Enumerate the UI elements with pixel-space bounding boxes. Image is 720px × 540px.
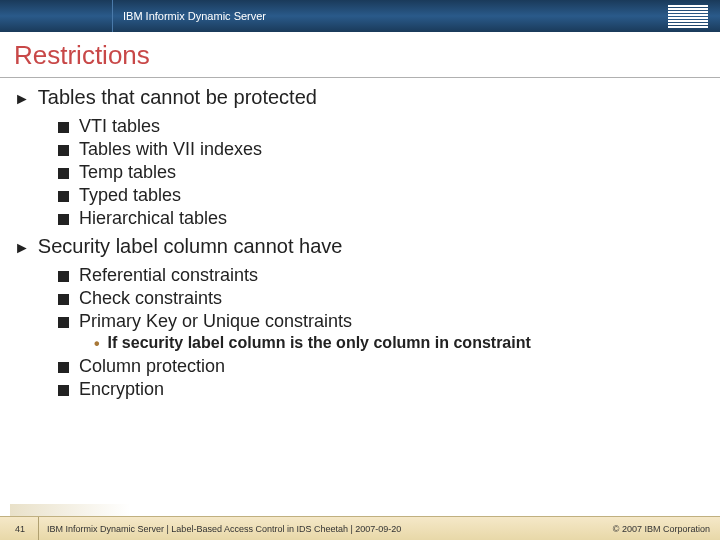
header-bar: IBM Informix Dynamic Server: [0, 0, 720, 32]
header-divider: [112, 0, 113, 32]
list-item-text: Referential constraints: [79, 265, 258, 286]
square-bullet-icon: [58, 294, 69, 305]
list-item: VTI tables: [58, 116, 706, 137]
square-bullet-icon: [58, 362, 69, 373]
square-bullet-icon: [58, 385, 69, 396]
list-item-text: Column protection: [79, 356, 225, 377]
square-bullet-icon: [58, 168, 69, 179]
list-item: Referential constraints: [58, 265, 706, 286]
footer-decoration: [10, 504, 130, 516]
list-item-text: Tables with VII indexes: [79, 139, 262, 160]
list-item: Primary Key or Unique constraints: [58, 311, 706, 332]
list-item-text: Primary Key or Unique constraints: [79, 311, 352, 332]
header-product-name: IBM Informix Dynamic Server: [123, 10, 266, 22]
sub-list-item-text: If security label column is the only col…: [108, 334, 531, 352]
slide-content: ► Tables that cannot be protected VTI ta…: [0, 86, 720, 400]
square-bullet-icon: [58, 122, 69, 133]
list-item: Temp tables: [58, 162, 706, 183]
square-bullet-icon: [58, 145, 69, 156]
footer-text: IBM Informix Dynamic Server | Label-Base…: [47, 524, 401, 534]
list-item: Encryption: [58, 379, 706, 400]
list-item: Column protection: [58, 356, 706, 377]
footer-copyright: © 2007 IBM Corporation: [613, 524, 710, 534]
list-item-text: Check constraints: [79, 288, 222, 309]
list-item-text: Encryption: [79, 379, 164, 400]
dot-bullet-icon: •: [94, 334, 100, 354]
list-item: Check constraints: [58, 288, 706, 309]
footer-divider: [38, 517, 39, 540]
list-item-text: Hierarchical tables: [79, 208, 227, 229]
list-item: Hierarchical tables: [58, 208, 706, 229]
list-item-text: VTI tables: [79, 116, 160, 137]
triangle-bullet-icon: ►: [14, 235, 30, 261]
list-item: Tables with VII indexes: [58, 139, 706, 160]
section-heading: ► Security label column cannot have: [14, 235, 706, 261]
list-item-text: Typed tables: [79, 185, 181, 206]
footer-bar: 41 IBM Informix Dynamic Server | Label-B…: [0, 516, 720, 540]
ibm-logo-icon: [668, 5, 708, 28]
square-bullet-icon: [58, 214, 69, 225]
sub-list-item: •If security label column is the only co…: [94, 334, 706, 354]
square-bullet-icon: [58, 191, 69, 202]
triangle-bullet-icon: ►: [14, 86, 30, 112]
square-bullet-icon: [58, 317, 69, 328]
list-item-text: Temp tables: [79, 162, 176, 183]
slide-title: Restrictions: [0, 32, 720, 78]
section-heading: ► Tables that cannot be protected: [14, 86, 706, 112]
section-heading-text: Tables that cannot be protected: [38, 86, 317, 109]
list-item: Typed tables: [58, 185, 706, 206]
section-heading-text: Security label column cannot have: [38, 235, 343, 258]
page-number: 41: [10, 524, 30, 534]
square-bullet-icon: [58, 271, 69, 282]
